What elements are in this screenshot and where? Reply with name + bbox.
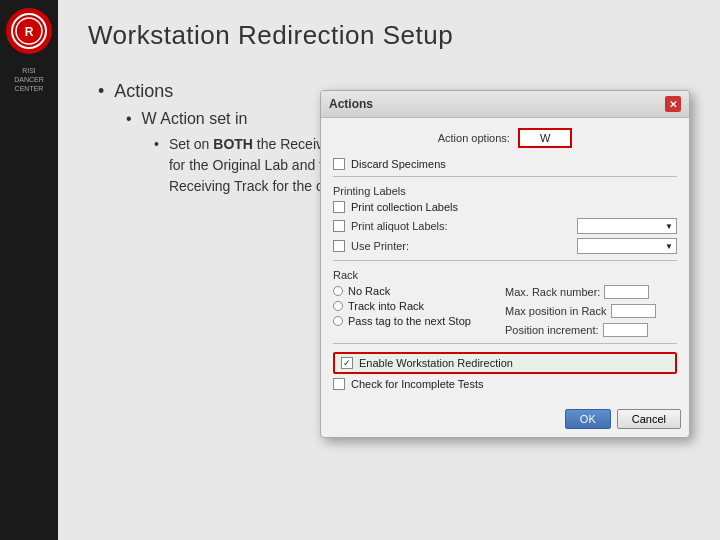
print-aliquot-arrow: ▼ [665, 222, 673, 231]
sidebar: R RISIDANCERCENTER [0, 0, 58, 540]
enable-workstation-label: Enable Workstation Redirection [359, 357, 513, 369]
ok-button[interactable]: OK [565, 409, 611, 429]
use-printer-row: Use Printer: ▼ [333, 238, 677, 254]
max-position-label: Max position in Rack [505, 305, 607, 317]
no-rack-row[interactable]: No Rack [333, 285, 505, 297]
check-incomplete-row[interactable]: Check for Incomplete Tests [333, 378, 677, 390]
printing-labels-section: Printing Labels [333, 185, 677, 197]
logo-container: R [6, 8, 52, 54]
max-rack-row: Max. Rack number: [505, 285, 677, 299]
rack-section-label: Rack [333, 269, 677, 281]
logo-icon: R [14, 16, 44, 46]
rack-right: Max. Rack number: Max position in Rack P… [505, 285, 677, 337]
print-collection-row[interactable]: Print collection Labels [333, 201, 677, 213]
rack-section: No Rack Track into Rack Pass tag to the … [333, 285, 677, 337]
sidebar-label: RISIDANCERCENTER [14, 66, 44, 93]
actions-dialog: Actions ✕ Action options: W Discard Spec… [320, 90, 690, 438]
max-rack-label: Max. Rack number: [505, 286, 600, 298]
discard-label: Discard Specimens [351, 158, 446, 170]
use-printer-dropdown[interactable]: ▼ [577, 238, 677, 254]
page-title: Workstation Redirection Setup [88, 20, 690, 51]
enable-workstation-row[interactable]: Enable Workstation Redirection [333, 352, 677, 374]
use-printer-label: Use Printer: [351, 240, 577, 252]
position-increment-row: Position increment: [505, 323, 677, 337]
print-collection-checkbox[interactable] [333, 201, 345, 213]
main-content: Workstation Redirection Setup Actions W … [58, 0, 720, 540]
track-into-rack-label: Track into Rack [348, 300, 424, 312]
dialog-title: Actions [329, 97, 373, 111]
max-position-row: Max position in Rack [505, 304, 677, 318]
action-options-row: Action options: W [333, 128, 677, 148]
max-rack-input[interactable] [604, 285, 649, 299]
enable-workstation-checkbox[interactable] [341, 357, 353, 369]
print-collection-label: Print collection Labels [351, 201, 458, 213]
print-aliquot-dropdown[interactable]: ▼ [577, 218, 677, 234]
print-aliquot-checkbox[interactable] [333, 220, 345, 232]
dialog-body: Action options: W Discard Specimens Prin… [321, 118, 689, 403]
use-printer-checkbox[interactable] [333, 240, 345, 252]
track-into-rack-radio[interactable] [333, 301, 343, 311]
divider-1 [333, 176, 677, 177]
pass-tag-label: Pass tag to the next Stop [348, 315, 471, 327]
dialog-close-button[interactable]: ✕ [665, 96, 681, 112]
divider-2 [333, 260, 677, 261]
dialog-wrapper: Actions ✕ Action options: W Discard Spec… [320, 90, 690, 438]
dialog-titlebar: Actions ✕ [321, 91, 689, 118]
position-increment-input[interactable] [603, 323, 648, 337]
max-position-input[interactable] [611, 304, 656, 318]
divider-3 [333, 343, 677, 344]
no-rack-label: No Rack [348, 285, 390, 297]
print-aliquot-row: Print aliquot Labels: ▼ [333, 218, 677, 234]
discard-checkbox[interactable] [333, 158, 345, 170]
track-into-rack-row[interactable]: Track into Rack [333, 300, 505, 312]
check-incomplete-checkbox[interactable] [333, 378, 345, 390]
print-aliquot-label: Print aliquot Labels: [351, 220, 577, 232]
no-rack-radio[interactable] [333, 286, 343, 296]
discard-row[interactable]: Discard Specimens [333, 158, 677, 170]
dialog-footer: OK Cancel [321, 403, 689, 437]
action-options-label: Action options: [438, 132, 510, 144]
cancel-button[interactable]: Cancel [617, 409, 681, 429]
pass-tag-row[interactable]: Pass tag to the next Stop [333, 315, 505, 327]
action-options-value[interactable]: W [518, 128, 572, 148]
pass-tag-radio[interactable] [333, 316, 343, 326]
svg-text:R: R [25, 25, 34, 39]
logo: R [11, 13, 47, 49]
use-printer-arrow: ▼ [665, 242, 673, 251]
position-increment-label: Position increment: [505, 324, 599, 336]
rack-left: No Rack Track into Rack Pass tag to the … [333, 285, 505, 337]
check-incomplete-label: Check for Incomplete Tests [351, 378, 483, 390]
